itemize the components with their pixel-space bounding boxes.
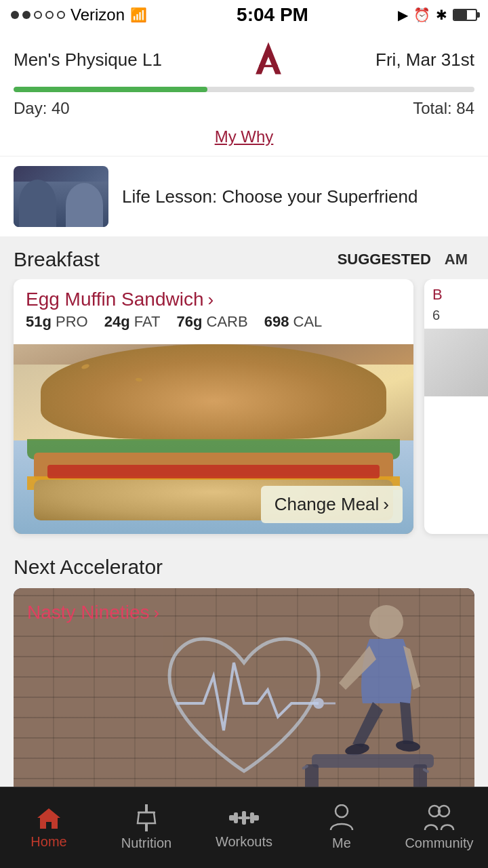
meal-image: Change Meal › [14,344,413,534]
svg-marker-0 [256,42,282,74]
video-thumbnail[interactable] [14,166,108,227]
workouts-icon [229,806,259,830]
tab-am[interactable]: AM [438,248,474,271]
tab-suggested[interactable]: SUGGESTED [331,248,438,271]
small-card-cals: 6 [424,308,488,329]
svg-rect-18 [250,812,254,823]
meal-card-header: Egg Muffin Sandwich › 51g PRO 24g FAT 76… [14,279,413,344]
wifi-icon: 📶 [130,7,147,23]
community-label: Community [405,835,473,851]
accelerator-card[interactable]: Nasty Nineties › [14,588,474,819]
main-content: Breakfast SUGGESTED AM Egg Muffin Sandwi… [0,237,488,868]
app-logo [248,39,289,80]
svg-point-4 [369,605,403,639]
dot1 [11,11,19,19]
svg-rect-17 [234,812,238,823]
header-date: Fri, Mar 31st [375,49,474,70]
lesson-title: Life Lesson: Choose your Superfriend [108,184,418,209]
carb-macro: 76g CARB [177,313,248,331]
chevron-right-workout-icon: › [154,602,160,623]
alarm-icon: ⏰ [413,7,430,23]
battery-fill [454,10,467,20]
location-icon: ▶ [398,7,408,23]
chevron-right-meal-icon: › [383,494,389,515]
svg-rect-12 [145,804,148,812]
accelerator-title: Next Accelerator [14,556,474,579]
progress-labels: Day: 40 Total: 84 [14,99,474,118]
dot3 [34,11,42,19]
header: Men's Physique L1 Fri, Mar 31st [0,30,488,87]
svg-rect-15 [229,815,235,821]
carrier-label: Verizon [70,5,125,24]
logo-container [248,39,289,80]
meal-macros: 51g PRO 24g FAT 76g CARB 698 CAL [26,310,401,337]
protein-macro: 51g PRO [26,313,88,331]
meal-tabs: SUGGESTED AM [331,248,474,271]
day-label: Day: 40 [14,99,70,118]
dot2 [22,11,30,19]
progress-bar-fill [14,87,207,92]
nav-item-home[interactable]: Home [0,799,98,856]
chevron-right-icon: › [208,289,214,310]
cal-macro: 698 CAL [264,313,323,331]
meal-card-secondary[interactable]: B 6 [424,279,488,534]
workouts-label: Workouts [216,834,272,850]
my-why-section: My Why [0,127,488,156]
me-icon [329,804,354,831]
breakfast-title: Breakfast [14,248,100,271]
svg-point-6 [395,739,420,752]
nav-item-community[interactable]: Community [390,798,488,858]
total-label: Total: 84 [413,99,474,118]
nav-item-me[interactable]: Me [293,798,390,858]
nav-item-nutrition[interactable]: Nutrition [98,798,195,858]
dot5 [57,11,65,19]
nutrition-icon [136,804,157,831]
me-label: Me [332,835,351,851]
accelerator-section: Next Accelerator [0,545,488,819]
small-card-image [424,329,488,396]
small-card-title: B [424,279,488,308]
battery-icon [453,9,477,21]
person-silhouette-icon [298,595,434,812]
fat-macro: 24g FAT [104,313,161,331]
progress-bar-container [14,87,474,92]
dot4 [45,11,54,19]
program-title: Men's Physique L1 [14,49,162,70]
progress-section: Day: 40 Total: 84 [0,87,488,127]
nutrition-label: Nutrition [121,835,171,851]
workout-title[interactable]: Nasty Nineties › [27,602,159,623]
my-why-link[interactable]: My Why [215,122,274,155]
home-icon [36,806,62,830]
meal-title[interactable]: Egg Muffin Sandwich › [26,289,401,310]
svg-rect-16 [253,815,259,821]
status-time: 5:04 PM [237,4,308,26]
status-left: Verizon 📶 [11,5,147,24]
status-bar: Verizon 📶 5:04 PM ▶ ⏰ ✱ [0,0,488,30]
signal-dots [11,11,65,19]
home-label: Home [30,834,66,850]
svg-rect-20 [242,811,246,825]
bluetooth-icon: ✱ [436,7,447,23]
svg-point-21 [336,805,348,817]
meal-card-primary[interactable]: Egg Muffin Sandwich › 51g PRO 24g FAT 76… [14,279,413,534]
life-lesson-section[interactable]: Life Lesson: Choose your Superfriend [0,156,488,237]
nav-item-workouts[interactable]: Workouts [195,799,293,856]
breakfast-header: Breakfast SUGGESTED AM [0,248,488,279]
bottom-nav: Home Nutrition Workouts Me [0,787,488,868]
community-icon [424,804,455,831]
svg-rect-13 [145,823,148,831]
change-meal-button[interactable]: Change Meal › [261,486,403,523]
status-right: ▶ ⏰ ✱ [398,7,477,23]
meal-cards-scroll: Egg Muffin Sandwich › 51g PRO 24g FAT 76… [0,279,488,545]
